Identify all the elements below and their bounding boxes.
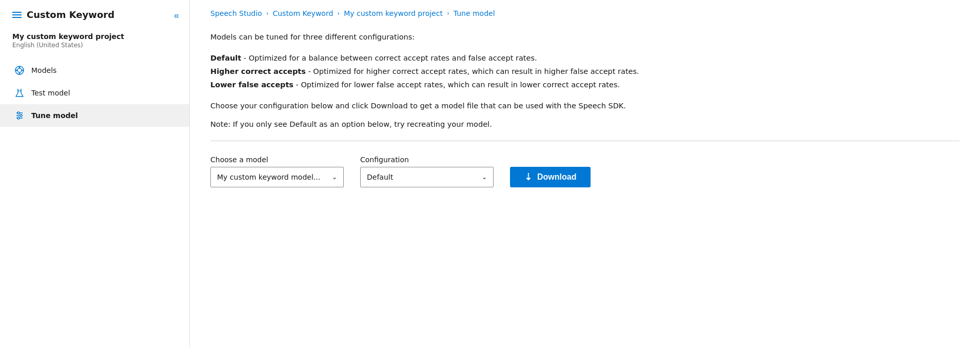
config-lower-text: - Optimized for lower false accept rates… xyxy=(293,81,620,89)
main-content: Speech Studio › Custom Keyword › My cust… xyxy=(190,0,980,347)
sidebar-item-test-model[interactable]: Test model xyxy=(0,82,189,104)
download-button[interactable]: ⇣ Download xyxy=(510,167,591,187)
config-item-higher: Higher correct accepts - Optimized for h… xyxy=(210,65,959,78)
model-label: Choose a model xyxy=(210,156,344,164)
sidebar: « Custom Keyword My custom keyword proje… xyxy=(0,0,190,347)
model-select[interactable]: My custom keyword model... ⌄ xyxy=(210,167,344,187)
flask-icon xyxy=(14,88,25,98)
hamburger-icon[interactable] xyxy=(12,12,22,18)
config-default-bold: Default xyxy=(210,54,241,62)
download-label: Download xyxy=(537,172,576,182)
model-form-group: Choose a model My custom keyword model..… xyxy=(210,156,344,187)
models-icon xyxy=(14,65,25,75)
breadcrumb-sep-2: › xyxy=(337,10,340,17)
config-form-group: Configuration Default ⌄ xyxy=(360,156,494,187)
breadcrumb: Speech Studio › Custom Keyword › My cust… xyxy=(210,9,959,17)
divider xyxy=(210,141,959,141)
svg-point-3 xyxy=(19,73,21,74)
choose-desc-text: Choose your configuration below and clic… xyxy=(210,101,959,112)
model-select-chevron-icon: ⌄ xyxy=(332,174,337,181)
breadcrumb-project[interactable]: My custom keyword project xyxy=(344,9,443,17)
breadcrumb-speech-studio[interactable]: Speech Studio xyxy=(210,9,262,17)
config-lower-bold: Lower false accepts xyxy=(210,81,293,89)
tune-icon xyxy=(14,110,25,121)
config-item-lower: Lower false accepts - Optimized for lowe… xyxy=(210,78,959,91)
config-higher-bold: Higher correct accepts xyxy=(210,67,306,75)
config-label: Configuration xyxy=(360,156,494,164)
note-content: Note: If you only see Default as an opti… xyxy=(210,120,492,128)
breadcrumb-custom-keyword[interactable]: Custom Keyword xyxy=(272,9,333,17)
sidebar-title: Custom Keyword xyxy=(27,9,114,20)
config-select-chevron-icon: ⌄ xyxy=(482,174,487,181)
svg-point-1 xyxy=(17,68,22,72)
svg-point-2 xyxy=(19,67,21,68)
svg-point-4 xyxy=(16,70,17,71)
sidebar-item-models-label: Models xyxy=(31,66,56,74)
project-name: My custom keyword project xyxy=(12,32,177,41)
config-higher-text: - Optimized for higher correct accept ra… xyxy=(306,67,639,75)
sidebar-nav: Models Test model xyxy=(0,59,189,127)
sidebar-project: My custom keyword project English (Unite… xyxy=(0,32,189,49)
config-item-default: Default - Optimized for a balance betwee… xyxy=(210,51,959,65)
intro-text: Models can be tuned for three different … xyxy=(210,32,959,43)
breadcrumb-sep-3: › xyxy=(447,10,449,17)
sidebar-item-tune-model[interactable]: Tune model xyxy=(0,104,189,127)
sidebar-header: Custom Keyword xyxy=(0,0,189,20)
breadcrumb-current: Tune model xyxy=(454,9,495,17)
config-select-value: Default xyxy=(367,173,393,181)
project-language: English (United States) xyxy=(12,42,177,49)
config-select[interactable]: Default ⌄ xyxy=(360,167,494,187)
form-row: Choose a model My custom keyword model..… xyxy=(210,156,959,187)
sidebar-item-tune-model-label: Tune model xyxy=(31,111,78,120)
model-select-value: My custom keyword model... xyxy=(217,173,320,181)
svg-point-11 xyxy=(20,114,22,117)
collapse-sidebar-button[interactable]: « xyxy=(172,8,181,23)
svg-point-5 xyxy=(22,70,24,71)
sidebar-item-test-model-label: Test model xyxy=(31,89,70,97)
config-default-text: - Optimized for a balance between correc… xyxy=(241,54,537,62)
config-list: Default - Optimized for a balance betwee… xyxy=(210,51,959,91)
svg-point-10 xyxy=(17,112,19,114)
breadcrumb-sep-1: › xyxy=(266,10,269,17)
sidebar-item-models[interactable]: Models xyxy=(0,59,189,82)
download-icon: ⇣ xyxy=(524,172,532,182)
svg-point-12 xyxy=(17,117,19,119)
note-text: Note: If you only see Default as an opti… xyxy=(210,119,959,130)
